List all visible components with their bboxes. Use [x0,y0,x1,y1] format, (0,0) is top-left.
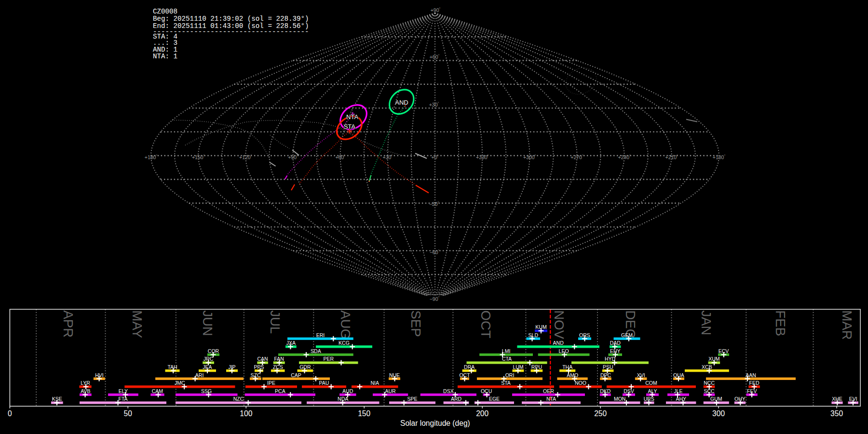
svg-text:KSE: KSE [52,396,62,402]
svg-text:SSG: SSG [201,388,212,394]
svg-text:ARI: ARI [195,372,204,378]
svg-text:LEO: LEO [559,348,569,354]
svg-text:NOV: NOV [552,311,567,339]
svg-text:JLE: JLE [674,388,682,394]
svg-text:NTA: NTA [346,113,358,121]
svg-text:PPS: PPS [254,364,264,370]
svg-text:EVI: EVI [849,396,857,402]
svg-text:+240°: +240° [618,154,631,160]
svg-text:AND: AND [395,99,408,106]
svg-text:FED: FED [749,380,760,386]
svg-text:APR: APR [61,311,76,338]
svg-text:CAN: CAN [258,356,268,362]
svg-text:JXA: JXA [286,340,296,346]
svg-text:GEM: GEM [621,332,633,338]
svg-text:KUM: KUM [535,324,546,330]
svg-text:STA: STA [344,123,356,130]
svg-text:PCA: PCA [275,388,285,394]
svg-text:+120°: +120° [239,154,252,160]
svg-text:ORI: ORI [505,372,515,378]
svg-text:COR: COR [208,348,219,354]
svg-text:AND: AND [553,340,564,346]
svg-text:ORS: ORS [579,332,590,338]
svg-text:OCT: OCT [478,311,493,339]
svg-text:PSU: PSU [603,364,613,370]
svg-text:+30°: +30° [429,102,439,108]
svg-text:DRA: DRA [464,364,475,370]
svg-text:AVB: AVB [81,388,90,394]
svg-text:CTA: CTA [502,356,512,362]
svg-text:−30°: −30° [429,201,439,207]
svg-text:LUM: LUM [513,364,523,370]
svg-text:50: 50 [124,409,133,418]
svg-text:+90°: +90° [431,7,441,13]
svg-text:AMO: AMO [567,372,578,378]
svg-text:AHY: AHY [676,396,686,402]
svg-text:350: 350 [830,409,843,418]
svg-text:AUD: AUD [342,388,353,394]
svg-text:CAP: CAP [291,372,301,378]
svg-text:JRC: JRC [203,356,214,362]
svg-text:−90°: −90° [430,296,440,302]
svg-text:HYD: HYD [605,356,616,362]
svg-text:OER: OER [543,388,554,394]
svg-text:CAM: CAM [152,388,163,394]
svg-text:NTA: 1: NTA: 1 [153,53,177,60]
svg-text:EHY: EHY [610,348,621,354]
svg-text:THA: THA [562,364,572,370]
svg-text:JUL: JUL [268,311,283,334]
svg-text:MAR: MAR [840,311,854,340]
svg-text:GDR: GDR [299,364,311,370]
svg-text:TAH: TAH [167,364,177,370]
svg-text:MAY: MAY [130,311,145,339]
svg-text:XHE: XHE [832,396,842,402]
svg-text:SEP: SEP [408,311,423,337]
svg-text:XVI: XVI [637,372,645,378]
svg-text:JMC: JMC [175,380,185,386]
svg-text:+300°: +300° [523,154,536,160]
svg-text:0: 0 [8,409,12,418]
svg-text:DSX: DSX [443,388,454,394]
svg-text:DKD: DKD [600,388,611,394]
svg-text:EGE: EGE [489,396,500,402]
svg-text:STA: STA [501,380,511,386]
svg-text:URS: URS [644,396,654,402]
svg-text:+180°: +180° [145,154,158,160]
svg-text:MON: MON [614,396,626,402]
svg-text:+270°: +270° [570,154,583,160]
svg-text:AUR: AUR [385,388,396,394]
svg-text:HVI: HVI [95,372,104,378]
svg-text:PER: PER [323,356,334,362]
svg-text:FAN: FAN [274,356,284,362]
svg-text:200: 200 [476,409,488,418]
svg-text:+150°: +150° [192,154,205,160]
svg-text:OCU: OCU [481,388,492,394]
svg-text:Beg: 20251110 21:39:02 (sol =: Beg: 20251110 21:39:02 (sol = 228.39°) [153,15,309,23]
svg-text:150: 150 [358,409,370,418]
svg-text:ERI: ERI [316,332,325,338]
svg-text:Solar longitude (deg): Solar longitude (deg) [400,419,470,427]
svg-text:NZC: NZC [233,396,244,402]
svg-text:IPE: IPE [267,380,275,386]
svg-text:CZ0008: CZ0008 [153,8,177,15]
svg-text:DAD: DAD [610,340,621,346]
svg-text:+330°: +330° [476,154,489,160]
svg-text:−60°: −60° [430,249,440,255]
svg-text:+90°: +90° [288,154,298,160]
svg-text:FEV: FEV [747,388,757,394]
svg-text:ECV: ECV [719,348,729,354]
svg-text:AUG: AUG [338,311,353,339]
svg-text:ALY: ALY [648,388,657,394]
svg-text:JIP: JIP [228,364,235,370]
svg-text:SLD: SLD [529,332,539,338]
svg-text:OHY: OHY [734,396,746,402]
svg-text:+60°: +60° [335,154,345,160]
svg-text:JUN: JUN [200,311,215,336]
svg-text:XCB: XCB [702,364,712,370]
svg-text:KCG: KCG [339,340,350,346]
svg-text:ZCS: ZCS [273,364,283,370]
svg-text:ELY: ELY [119,388,128,394]
svg-text:OCT: OCT [459,372,470,378]
svg-text:DSV: DSV [624,388,634,394]
svg-text:RPU: RPU [531,364,542,370]
